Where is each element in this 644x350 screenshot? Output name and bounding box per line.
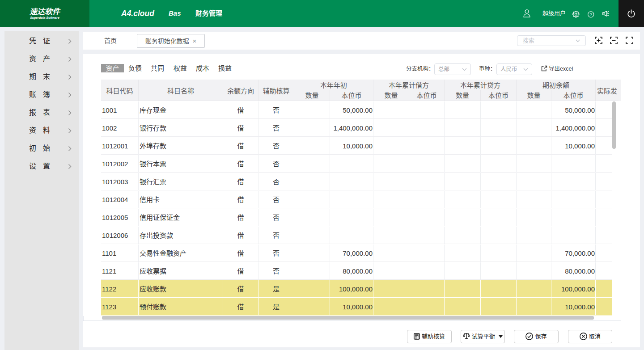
svg-text:?: ? [590, 13, 592, 17]
